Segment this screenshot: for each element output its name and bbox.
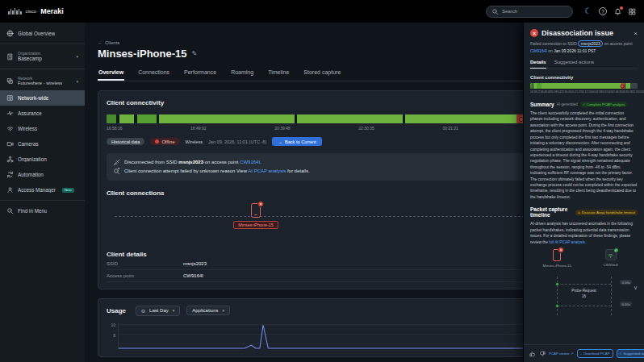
apps-grid-icon[interactable] bbox=[629, 8, 636, 15]
sidebar-item-organization[interactable]: Organization bbox=[0, 152, 85, 167]
tab-stored-capture[interactable]: Stored capture bbox=[303, 67, 341, 81]
client-details-title: Client details bbox=[107, 251, 589, 258]
usage-filter-select[interactable]: Applications ▾ bbox=[186, 306, 230, 315]
edit-pencil-icon[interactable]: ✎ bbox=[192, 50, 198, 57]
cisco-logo-icon bbox=[8, 8, 22, 15]
packet-label: Probe Request 16 bbox=[557, 289, 611, 300]
sidebar-item-cameras[interactable]: Cameras bbox=[0, 136, 85, 152]
sidebar-item-assurance[interactable]: Assurance bbox=[0, 106, 85, 121]
thumbs-down-icon[interactable] bbox=[539, 351, 546, 357]
sidebar-item-network-wide[interactable]: Network-wide bbox=[0, 90, 85, 106]
connection-type-label: Wireless bbox=[186, 139, 203, 144]
connection-dashed-line bbox=[115, 216, 589, 217]
search-sparkle-icon bbox=[113, 168, 120, 175]
search-icon bbox=[6, 207, 14, 214]
tab-details[interactable]: Details bbox=[530, 58, 546, 69]
packet-capture-title: Packet capture timeline bbox=[530, 206, 573, 218]
ssid-annotation: msnjs2023 bbox=[578, 40, 603, 47]
panel-body: Client connectivity 16:58:2218:49:0820:3… bbox=[524, 69, 644, 344]
usage-range-value: Last Day bbox=[149, 308, 169, 313]
warning-icon: ⚠ bbox=[578, 210, 581, 214]
check-icon: ✓ bbox=[583, 102, 586, 106]
client-device-label: Minses-iPhone-15 bbox=[233, 221, 278, 229]
notification-dot bbox=[620, 6, 623, 10]
divider bbox=[0, 200, 85, 201]
usage-filter-value: Applications bbox=[192, 308, 218, 313]
organization-switcher[interactable]: Organization Basecamp ▾ bbox=[0, 47, 85, 66]
topbar-icons: ☾ ? bbox=[584, 7, 636, 15]
radio-icon: ⊙ bbox=[141, 308, 145, 314]
time-delta-badge: 0.00s bbox=[620, 280, 632, 285]
close-icon[interactable]: × bbox=[634, 30, 638, 37]
access-point-link[interactable]: CW9164I bbox=[240, 160, 260, 164]
error-circle-icon: × bbox=[530, 29, 538, 37]
cisco-wordmark: cisco bbox=[26, 9, 37, 14]
card-title: Client connectivity bbox=[107, 99, 164, 106]
sliders-icon: ≡ bbox=[620, 352, 622, 356]
client-connections-title: Client connections bbox=[107, 189, 589, 197]
layers-icon bbox=[6, 77, 14, 85]
tick-label: 05:53:45 bbox=[602, 90, 613, 94]
sidebar-item-label: Cameras bbox=[18, 141, 39, 147]
usage-chart: 10 8 bbox=[107, 322, 589, 350]
notification-bell-icon[interactable] bbox=[614, 8, 621, 15]
thumbs-up-icon[interactable] bbox=[529, 351, 536, 357]
packet-event-dot[interactable] bbox=[555, 282, 559, 286]
search-input[interactable] bbox=[502, 9, 567, 14]
back-arrow-icon: ← bbox=[98, 40, 102, 45]
download-pcap-button[interactable]: ↓ Download PCAP bbox=[577, 349, 613, 358]
client-device-node[interactable]: × Minses-iPhone-15 bbox=[228, 203, 284, 229]
client-connections-diagram: × Minses-iPhone-15 bbox=[107, 198, 589, 242]
timeline-tick-labels: 16:58:1618:49:0220:39:4822:30:3500:21:21… bbox=[107, 126, 542, 131]
tab-overview[interactable]: Overview bbox=[98, 67, 124, 81]
meraki-dashboard: cisco Meraki ☾ ? Global Overview Organi bbox=[0, 0, 644, 362]
sidebar-item-wireless[interactable]: Wireless bbox=[0, 121, 85, 136]
ai-pcap-analysis-link[interactable]: AI PCAP analysis bbox=[248, 169, 286, 173]
global-search[interactable] bbox=[486, 6, 573, 18]
page-title: Minses-iPhone-15 bbox=[98, 48, 187, 60]
expand-chevron-icon[interactable]: ∨ bbox=[634, 285, 638, 291]
access-point-link[interactable]: CW9164I bbox=[530, 48, 547, 53]
sidebar-item-find-in-menu[interactable]: Find in Menu bbox=[0, 203, 85, 218]
disconnect-icon bbox=[113, 159, 120, 166]
suggested-actions-button[interactable]: ≡ Suggested actions bbox=[617, 349, 644, 358]
camera-icon bbox=[6, 140, 14, 148]
y-tick: 10 bbox=[107, 322, 115, 327]
y-tick: 8 bbox=[107, 333, 115, 338]
packet-event-dot[interactable] bbox=[555, 304, 559, 308]
back-to-current-button[interactable]: → Back to Current bbox=[272, 137, 321, 146]
client-device-label: Minses-iPhone-15 bbox=[543, 264, 571, 268]
sidebar-item-global-overview[interactable]: Global Overview bbox=[0, 26, 85, 41]
tab-connections[interactable]: Connections bbox=[137, 67, 170, 81]
tab-suggested-actions[interactable]: Suggested actions bbox=[554, 58, 594, 69]
wifi-icon bbox=[6, 125, 14, 132]
pcap-viewer-link[interactable]: PCAP viewer ↗ bbox=[549, 352, 574, 356]
network-switcher[interactable]: Network Futureshere - wireless ▾ bbox=[0, 72, 85, 90]
client-device: × Minses-iPhone-15 bbox=[534, 249, 579, 268]
connectivity-timeline-bar[interactable] bbox=[107, 114, 589, 123]
tick-label: 04:02:59 bbox=[592, 90, 602, 94]
ap-device-label: CW9164I bbox=[604, 263, 618, 267]
globe-icon bbox=[6, 30, 14, 37]
failure-marker[interactable] bbox=[621, 84, 625, 88]
tick-label: 00:21:21 bbox=[442, 126, 458, 131]
phone-device-icon: × bbox=[251, 203, 261, 218]
new-badge: New bbox=[62, 188, 74, 193]
grid-globe-icon bbox=[6, 94, 14, 102]
tick-label: 18:49:02 bbox=[190, 126, 206, 131]
tab-roaming[interactable]: Roaming bbox=[230, 67, 254, 81]
failure-datetime: Jan 09 2026 11:01 PST bbox=[554, 48, 596, 53]
dark-mode-icon[interactable]: ☾ bbox=[584, 7, 592, 15]
tab-timeline[interactable]: Timeline bbox=[267, 67, 290, 81]
sidebar-item-access-manager[interactable]: Access Manager New bbox=[0, 182, 85, 198]
full-ai-pcap-analysis-link[interactable]: full AI PCAP analysis. bbox=[549, 240, 586, 244]
panel-footer: PCAP viewer ↗ ↓ Download PCAP ≡ Suggeste… bbox=[524, 344, 644, 362]
help-icon[interactable]: ? bbox=[599, 7, 607, 15]
usage-range-select[interactable]: ⊙ Last Day ▾ bbox=[136, 306, 180, 316]
offline-dot-icon bbox=[155, 139, 159, 144]
sidebar-item-label: Access Manager bbox=[18, 187, 56, 193]
access-point-value: CW9164I bbox=[183, 273, 203, 278]
sidebar-item-automation[interactable]: Automation bbox=[0, 167, 85, 182]
usage-plot-area bbox=[118, 322, 589, 350]
tab-performance[interactable]: Performance bbox=[183, 67, 217, 81]
